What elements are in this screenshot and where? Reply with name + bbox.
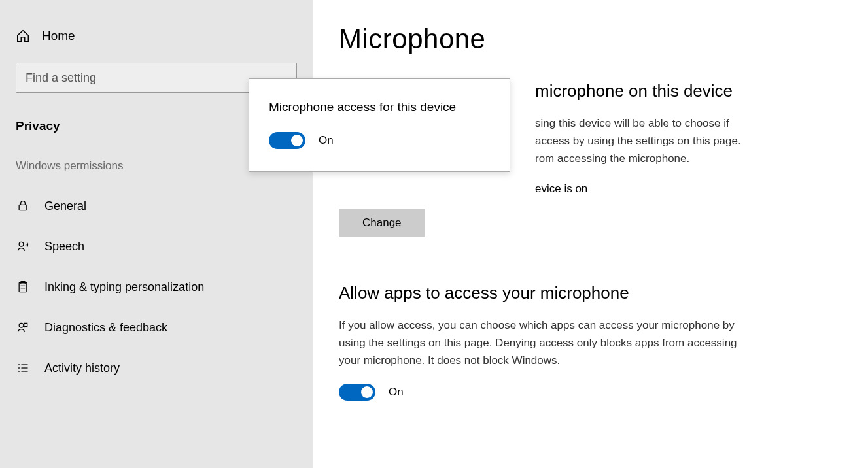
sidebar-item-label: Diagnostics & feedback <box>44 321 167 335</box>
mic-access-popup: Microphone access for this device On <box>249 78 510 172</box>
sidebar: Home Find a setting Privacy Windows perm… <box>0 0 313 468</box>
page-title: Microphone <box>339 24 842 55</box>
popup-toggle-label: On <box>319 134 334 147</box>
svg-point-6 <box>19 323 24 327</box>
apps-toggle-label: On <box>389 386 404 399</box>
home-icon <box>16 29 30 43</box>
sidebar-item-label: Inking & typing personalization <box>44 280 204 294</box>
section2-heading: Allow apps to access your microphone <box>339 283 842 303</box>
apps-toggle-row: On <box>339 384 842 401</box>
device-access-toggle[interactable] <box>269 132 305 149</box>
sidebar-item-home[interactable]: Home <box>0 29 313 63</box>
search-placeholder: Find a setting <box>26 71 96 85</box>
popup-toggle-row: On <box>269 132 490 149</box>
section2-body: If you allow access, you can choose whic… <box>339 316 757 370</box>
sidebar-item-label: Activity history <box>44 361 120 375</box>
sidebar-item-inking[interactable]: Inking & typing personalization <box>0 267 313 307</box>
activity-icon <box>16 361 30 375</box>
lock-icon <box>16 199 30 213</box>
sidebar-item-activity[interactable]: Activity history <box>0 348 313 388</box>
main-content: Microphone microphone on this device sin… <box>313 0 868 468</box>
apps-access-toggle[interactable] <box>339 384 375 401</box>
svg-rect-0 <box>19 205 27 210</box>
change-button[interactable]: Change <box>339 209 425 237</box>
speech-icon <box>16 239 30 254</box>
sidebar-item-speech[interactable]: Speech <box>0 226 313 267</box>
home-label: Home <box>42 29 75 43</box>
svg-point-1 <box>19 242 24 246</box>
popup-title: Microphone access for this device <box>269 99 490 116</box>
sidebar-item-diagnostics[interactable]: Diagnostics & feedback <box>0 307 313 348</box>
sidebar-item-label: Speech <box>44 240 84 254</box>
sidebar-item-general[interactable]: General <box>0 186 313 226</box>
clipboard-icon <box>16 280 30 294</box>
feedback-icon <box>16 320 30 335</box>
section1-status: evice is on <box>339 182 842 195</box>
sidebar-item-label: General <box>44 199 86 213</box>
